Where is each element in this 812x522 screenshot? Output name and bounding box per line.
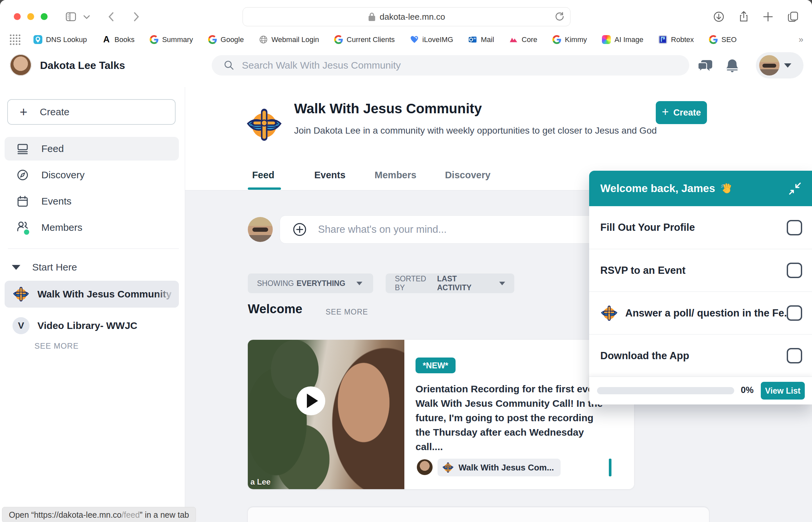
bookmark-core[interactable]: Core (509, 35, 537, 44)
sidebar-section-start-here[interactable]: Start Here (12, 262, 77, 273)
checkbox[interactable] (787, 348, 802, 363)
sidebar-item-label: Feed (41, 143, 64, 154)
back-button[interactable] (106, 11, 118, 23)
bookmark-seo[interactable]: SEO (709, 35, 736, 44)
sidebar-create-button[interactable]: + Create (7, 99, 176, 125)
space-initial-avatar: V (13, 317, 29, 334)
window-minimize-button[interactable] (27, 13, 34, 20)
sidebar-item-events[interactable]: Events (5, 189, 179, 213)
bookmarks-grid-icon[interactable] (10, 35, 20, 45)
search-input[interactable]: Search Walk With Jesus Community (212, 55, 689, 76)
sidebar-chevron-icon[interactable] (83, 14, 90, 20)
bookmark-dns-lookup[interactable]: DNS Lookup (34, 35, 87, 44)
bookmark-robtex[interactable]: Robtex (658, 35, 694, 44)
books-icon: A (102, 35, 111, 44)
video-thumbnail[interactable]: a Lee (248, 340, 404, 489)
bookmark-iloveimg[interactable]: iLoveIMG (410, 35, 453, 44)
window-zoom-button[interactable] (41, 13, 47, 20)
bookmark-label: Google (221, 36, 244, 44)
view-list-button[interactable]: View List (761, 382, 805, 400)
welcome-checklist-panel: Welcome back, James Fill Out Your Profil… (589, 171, 812, 404)
checklist-item-profile[interactable]: Fill Out Your Profile (589, 206, 812, 249)
checklist-label: Fill Out Your Profile (600, 222, 695, 234)
tab-events[interactable]: Events (314, 170, 345, 181)
tab-overview-icon[interactable] (787, 11, 799, 23)
tab-members[interactable]: Members (374, 170, 416, 181)
composer-placeholder: Share what's on your mind... (318, 224, 447, 235)
forward-button[interactable] (130, 11, 142, 23)
bookmark-webmail-login[interactable]: Webmail Login (259, 35, 319, 44)
messages-icon[interactable] (697, 57, 713, 74)
tab-discovery[interactable]: Discovery (445, 170, 491, 181)
google-g-icon (709, 35, 718, 44)
community-logo (245, 106, 283, 143)
sidebar-item-label: Events (41, 196, 72, 207)
sidebar-see-more[interactable]: SEE MORE (35, 341, 79, 350)
bookmark-label: DNS Lookup (46, 36, 87, 44)
sidebar-item-members[interactable]: Members (5, 216, 179, 239)
wave-emoji (720, 183, 732, 194)
checklist-label: Answer a poll/ question in the Fe... (625, 307, 793, 319)
checklist-item-poll[interactable]: Answer a poll/ question in the Fe... (589, 292, 812, 334)
space-label: Walk With Jesus Community (37, 288, 172, 300)
lock-icon (368, 12, 376, 22)
sidebar-space-wwjc[interactable]: Walk With Jesus Community (5, 281, 179, 308)
sidebar-toggle-icon[interactable] (65, 11, 77, 23)
brand-avatar[interactable] (10, 54, 32, 76)
section-title: Start Here (32, 262, 77, 273)
checkbox[interactable] (787, 263, 802, 278)
composer-input[interactable]: Share what's on your mind... (280, 215, 634, 244)
filter-showing-dropdown[interactable]: SHOWING EVERYTHING (248, 274, 373, 293)
bookmark-mail[interactable]: Mail (468, 35, 494, 44)
tooltip-path: /feed (121, 510, 140, 520)
checkbox[interactable] (787, 220, 802, 235)
sidebar-item-discovery[interactable]: Discovery (5, 163, 179, 187)
brand-name[interactable]: Dakota Lee Talks (40, 59, 125, 72)
filter-sorted-dropdown[interactable]: SORTED BY LAST ACTIVITY (386, 274, 514, 293)
filter-label: SORTED BY (395, 275, 434, 292)
online-dot (23, 228, 30, 236)
notifications-bell-icon[interactable] (724, 57, 740, 74)
sidebar-divider (8, 248, 179, 249)
share-icon[interactable] (738, 11, 750, 23)
next-post-card-edge (248, 507, 709, 522)
address-bar[interactable]: dakota-lee.mn.co (243, 7, 570, 26)
bookmark-books[interactable]: A Books (102, 35, 135, 44)
checkbox[interactable] (787, 305, 802, 321)
post-body-text[interactable]: Orientation Recording for the first ever… (415, 382, 604, 454)
chevron-down-icon (499, 282, 505, 285)
robtex-icon (658, 35, 667, 44)
chevron-down-icon (784, 63, 791, 68)
space-label: Video Library- WWJC (37, 320, 137, 331)
bookmark-current-clients[interactable]: Current Clients (334, 35, 395, 44)
link-status-tooltip: Open “https://dakota-lee.mn.co/feed” in … (2, 507, 196, 522)
checklist-item-rsvp[interactable]: RSVP to an Event (589, 249, 812, 292)
google-g-icon (208, 35, 217, 44)
sidebar-item-label: Discovery (41, 169, 85, 181)
post-author-avatar[interactable] (417, 459, 432, 475)
dns-lookup-icon (34, 35, 42, 44)
sidebar-space-video-library[interactable]: V Video Library- WWJC (5, 312, 179, 339)
play-button[interactable] (297, 386, 325, 415)
bookmark-ai-image[interactable]: AI Image (602, 35, 643, 44)
bookmarks-overflow-chevron[interactable]: » (798, 35, 803, 45)
new-tab-icon[interactable] (762, 11, 774, 23)
bookmark-google[interactable]: Google (208, 35, 244, 44)
collapse-panel-icon[interactable] (788, 181, 802, 196)
sidebar-item-feed[interactable]: Feed (5, 137, 179, 161)
checklist-item-download-app[interactable]: Download the App (589, 334, 812, 377)
window-close-button[interactable] (14, 13, 21, 20)
checklist-label: RSVP to an Event (600, 265, 686, 277)
post-space-tag[interactable]: Walk With Jesus Com... (438, 459, 561, 476)
google-g-icon (334, 35, 343, 44)
panel-header: Welcome back, James (589, 171, 812, 206)
profile-menu[interactable] (756, 52, 804, 78)
feed-see-more[interactable]: SEE MORE (326, 308, 368, 317)
community-create-button[interactable]: + Create (656, 101, 707, 124)
bookmark-kimmy[interactable]: Kimmy (552, 35, 587, 44)
site-header: Dakota Lee Talks Search Walk With Jesus … (0, 49, 812, 87)
tab-feed[interactable]: Feed (252, 170, 275, 181)
reload-icon[interactable] (554, 11, 565, 22)
downloads-icon[interactable] (713, 11, 725, 23)
bookmark-summary[interactable]: Summary (150, 35, 193, 44)
